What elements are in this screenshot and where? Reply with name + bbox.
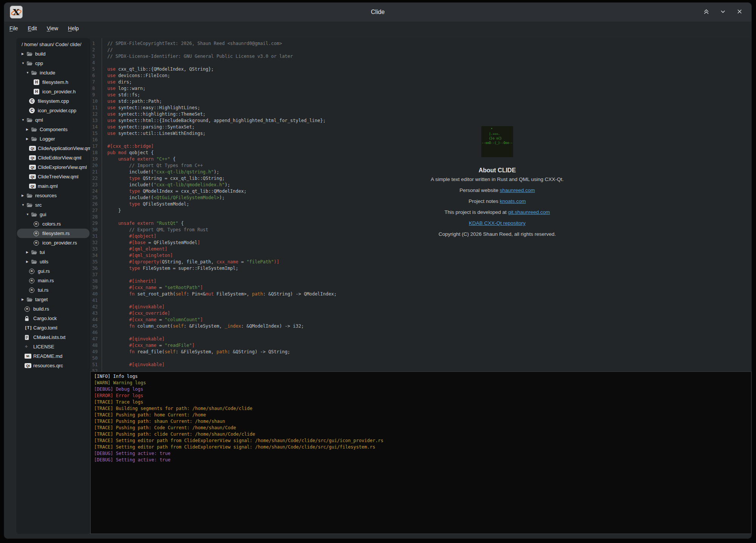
tree-file-cmakelists-txt[interactable]: CMakeLists.txt xyxy=(17,333,90,342)
about-link[interactable]: shaunreed.com xyxy=(500,187,535,193)
tree-file-clideeditorview-qml[interactable]: QtClideEditorView.qml xyxy=(17,153,90,162)
folder-icon xyxy=(31,212,38,217)
code-line[interactable]: #[cxx_override] xyxy=(107,310,751,317)
line-number: 12 xyxy=(92,111,102,118)
about-link[interactable]: git.shaunreed.com xyxy=(508,209,550,215)
tree-folder-utils[interactable]: ▶utils xyxy=(17,257,90,266)
code-line[interactable]: use syntect::util::LinesWithEndings; xyxy=(107,130,751,137)
line-number: 14 xyxy=(92,124,102,130)
code-line[interactable]: #[cxx_qt::bridge] xyxy=(107,143,751,150)
code-line[interactable]: pub mod qobject { xyxy=(107,150,751,156)
tree-folder-resources[interactable]: ▶resources xyxy=(17,191,90,200)
code-line[interactable]: // xyxy=(107,47,751,53)
tree-folder-logger[interactable]: ▶Logger xyxy=(17,134,90,144)
tree-file-clideexplorerview-qml[interactable]: QtClideExplorerView.qml xyxy=(17,162,90,172)
code-line[interactable] xyxy=(107,368,751,371)
code-line[interactable]: type FileSystem = super::FileSystemImpl; xyxy=(107,265,751,272)
code-line[interactable]: #[cxx_name = "readFile"] xyxy=(107,342,751,349)
line-number: 34 xyxy=(92,252,102,259)
menu-item-file[interactable]: File xyxy=(7,24,20,32)
code-line[interactable] xyxy=(107,355,751,362)
tree-folder-build[interactable]: ▶build xyxy=(17,49,90,59)
tree-file-cargo-lock[interactable]: Cargo.lock xyxy=(17,314,90,323)
code-line[interactable]: use std::path::Path; xyxy=(107,98,751,105)
tree-folder-qml[interactable]: ▼qml xyxy=(17,115,90,125)
close-button[interactable] xyxy=(735,8,744,17)
code-line[interactable]: use dirs; xyxy=(107,79,751,85)
tree-file-icon-provider-cpp[interactable]: Cicon_provider.cpp xyxy=(17,106,90,115)
code-line[interactable]: use syntect::easy::HighlightLines; xyxy=(107,105,751,111)
code-line[interactable]: fn read_file(self: &FileSystem, path: &Q… xyxy=(107,349,751,355)
code-line[interactable]: use syntect::html::{IncludeBackground, a… xyxy=(107,118,751,124)
code-line[interactable]: unsafe extern "C++" { xyxy=(107,156,751,162)
tree-file-resources-qrc[interactable]: Qtresources.qrc xyxy=(17,361,90,370)
shade-button[interactable] xyxy=(702,8,711,17)
code-line[interactable]: #[qml_singleton] xyxy=(107,252,751,259)
code-line[interactable] xyxy=(107,330,751,336)
code-line[interactable]: #[qinvokable] xyxy=(107,362,751,368)
code-line[interactable]: #[inherit] xyxy=(107,278,751,285)
code-line[interactable]: use syntect::parsing::SyntaxSet; xyxy=(107,124,751,130)
code-line[interactable]: // SPDX-FileCopyrightText: 2026, Shaun R… xyxy=(107,40,751,47)
tree-file-filesystem-rs[interactable]: Rfilesystem.rs xyxy=(17,229,90,238)
menu-item-edit[interactable]: Edit xyxy=(26,24,39,32)
tree-file-colors-rs[interactable]: Rcolors.rs xyxy=(17,219,90,229)
line-number: 22 xyxy=(92,175,102,182)
code-line[interactable]: #[qinvokable] xyxy=(107,336,751,342)
code-line[interactable]: #[cxx_name = "columnCount"] xyxy=(107,317,751,323)
tree-file-tui-rs[interactable]: Rtui.rs xyxy=(17,285,90,295)
code-line[interactable]: #[qproperty(QString, file_path, cxx_name… xyxy=(107,259,751,265)
code-line[interactable]: // SPDX-License-Identifier: GNU General … xyxy=(107,53,751,60)
menu-item-view[interactable]: View xyxy=(45,24,60,32)
chevron-down-icon: ▼ xyxy=(22,118,26,122)
tree-item-label: Cargo.toml xyxy=(33,325,57,331)
tree-folder-include[interactable]: ▼include xyxy=(17,68,90,77)
tree-folder-cpp[interactable]: ▼cpp xyxy=(17,59,90,68)
code-line[interactable]: fn set_root_path(self: Pin<&mut FileSyst… xyxy=(107,291,751,297)
code-line[interactable] xyxy=(107,60,751,66)
line-number: 32 xyxy=(92,240,102,246)
code-line[interactable] xyxy=(107,272,751,278)
code-token: : &FileSystem, xyxy=(184,323,224,329)
tree-file-build-rs[interactable]: Rbuild.rs xyxy=(17,304,90,314)
tree-folder-target[interactable]: ▶target xyxy=(17,295,90,304)
tree-file-clideapplicationview-qml[interactable]: QtClideApplicationView.qml xyxy=(17,144,90,153)
tree-folder-components[interactable]: ▶Components xyxy=(17,125,90,134)
code-line[interactable]: use devicons::FileIcon; xyxy=(107,73,751,79)
tree-folder-tui[interactable]: ▶tui xyxy=(17,248,90,257)
code-line[interactable] xyxy=(107,297,751,304)
tree-folder-gui[interactable]: ▼gui xyxy=(17,210,90,219)
tree-file-gui-rs[interactable]: Rgui.rs xyxy=(17,266,90,276)
about-text-line: Personal website shaunreed.com xyxy=(384,187,611,194)
code-line[interactable]: use syntect::highlighting::ThemeSet; xyxy=(107,111,751,118)
line-number: 23 xyxy=(92,182,102,188)
tree-file-cargo-toml[interactable]: [T]Cargo.toml xyxy=(17,323,90,333)
menu-item-help[interactable]: Help xyxy=(66,24,81,32)
folder-icon xyxy=(26,118,33,122)
tree-file-icon-provider-h[interactable]: Hicon_provider.h xyxy=(17,87,90,96)
code-line[interactable]: #[qinvokable] xyxy=(107,304,751,310)
tree-file-main-rs[interactable]: Rmain.rs xyxy=(17,276,90,285)
about-link[interactable]: KDAB CXX-Qt repository xyxy=(469,220,526,226)
code-line[interactable]: #[qml_element] xyxy=(107,246,751,252)
tree-file-icon-provider-rs[interactable]: Ricon_provider.rs xyxy=(17,238,90,248)
code-editor[interactable]: 1234567891011121314151617181920212223242… xyxy=(90,38,751,371)
code-line[interactable]: use log::warn; xyxy=(107,85,751,92)
tree-folder-src[interactable]: ▼src xyxy=(17,200,90,210)
code-line[interactable] xyxy=(107,137,751,143)
code-token: mut xyxy=(206,291,214,297)
unshade-button[interactable] xyxy=(718,8,727,17)
tree-file-filesystem-h[interactable]: Hfilesystem.h xyxy=(17,77,90,87)
tree-file-readme-md[interactable]: M↓README.md xyxy=(17,351,90,361)
code-line[interactable]: #[cxx_name = "setRootPath"] xyxy=(107,285,751,291)
code-line[interactable]: use std::fs; xyxy=(107,92,751,98)
tree-file-filesystem-cpp[interactable]: Cfilesystem.cpp xyxy=(17,96,90,106)
clide-ascii-logo: * |.===. {}o o{}--ooO--(_)--Ooo-- xyxy=(481,126,513,157)
about-link[interactable]: knoats.com xyxy=(500,198,526,204)
tree-file-main-qml[interactable]: Qtmain.qml xyxy=(17,181,90,191)
tree-file-license[interactable]: ✧LICENSE xyxy=(17,342,90,351)
code-token: self xyxy=(173,323,184,329)
tree-file-clidetreeview-qml[interactable]: QtClideTreeView.qml xyxy=(17,172,90,181)
code-line[interactable]: use cxx_qt_lib::{QModelIndex, QString}; xyxy=(107,66,751,73)
code-line[interactable]: fn column_count(self: &FileSystem, _inde… xyxy=(107,323,751,330)
